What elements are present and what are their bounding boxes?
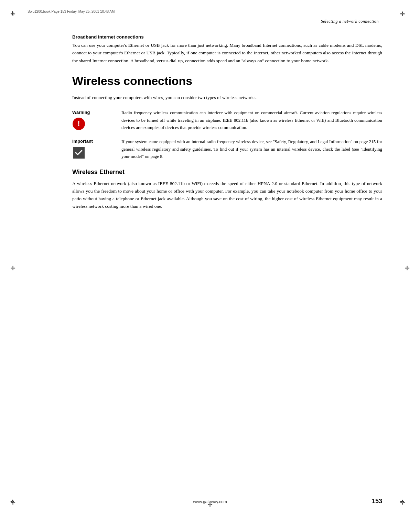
corner-mark-br: ✛ (400, 499, 410, 508)
file-info: Solo1200.book Page 153 Friday, May 25, 2… (28, 10, 115, 13)
footer-url: www.gateway.com (193, 499, 227, 504)
warning-icon: ! (73, 118, 85, 130)
broadband-body: You can use your computer's Ethernet or … (72, 42, 382, 65)
broadband-section: Broadband Internet connections You can u… (72, 34, 382, 65)
warning-icon-container: ! (72, 117, 85, 130)
side-mark-left: ✛ (10, 264, 15, 272)
wireless-connections-heading: Wireless connections (72, 74, 382, 88)
warning-divider (115, 109, 115, 131)
corner-mark-tr: ✛ (400, 10, 410, 20)
important-notice-row: Important If your system came equipped w… (72, 138, 382, 160)
corner-mark-bl: ✛ (10, 499, 20, 508)
important-label: Important (72, 139, 93, 144)
important-label-col: Important (72, 138, 114, 159)
page-container: ✛ ✛ ✛ ✛ ✛ ✛ ✛ Solo1200.book Page 153 Fri… (0, 0, 420, 529)
wireless-intro: Instead of connecting your computers wit… (72, 94, 382, 101)
warning-notice-row: Warning ! Radio frequency wireless commu… (72, 109, 382, 131)
side-mark-right: ✛ (405, 264, 410, 272)
important-icon (73, 147, 85, 159)
important-text: If your system came equipped with an int… (121, 138, 382, 160)
corner-mark-tl: ✛ (10, 10, 20, 20)
important-icon-container (72, 146, 85, 159)
important-divider (115, 138, 115, 160)
header-rule (38, 27, 382, 27)
footer-rule (38, 498, 382, 498)
notice-container: Warning ! Radio frequency wireless commu… (72, 109, 382, 160)
warning-label: Warning (72, 110, 90, 115)
broadband-title: Broadband Internet connections (72, 34, 382, 40)
warning-text: Radio frequency wireless communication c… (121, 109, 382, 131)
footer-page-number: 153 (372, 498, 382, 505)
wireless-ethernet-heading: Wireless Ethernet (72, 169, 382, 176)
main-content: Broadband Internet connections You can u… (72, 34, 382, 210)
page-header-title: Selecting a network connection (321, 19, 379, 24)
wireless-ethernet-body: A wireless Ethernet network (also known … (72, 180, 382, 210)
warning-label-col: Warning ! (72, 109, 114, 130)
